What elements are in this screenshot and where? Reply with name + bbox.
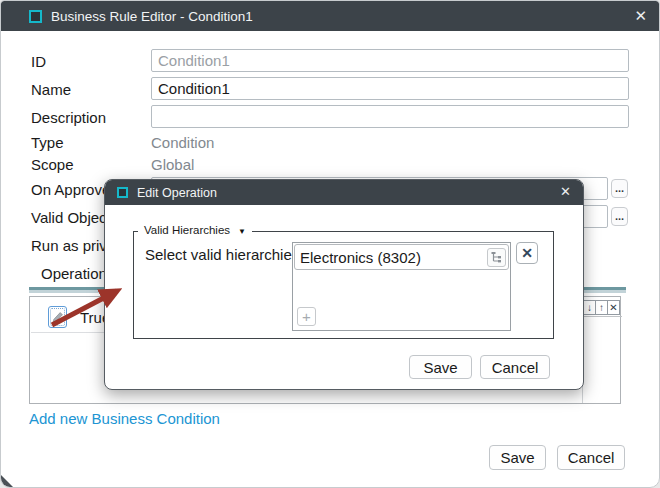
row-actions: ↓ ↑ ✕	[584, 300, 620, 315]
name-field[interactable]	[151, 77, 629, 100]
edit-operation-dialog: Edit Operation ✕ Valid Hierarchies▼ Sele…	[104, 179, 584, 390]
valid-hierarchies-toggle[interactable]: Valid Hierarchies▼	[138, 224, 252, 236]
valid-object-label: Valid Object	[31, 209, 111, 226]
add-hierarchy-button[interactable]: +	[297, 307, 316, 326]
remove-hierarchy-button[interactable]: ✕	[516, 242, 538, 264]
edit-condition-button[interactable]	[48, 306, 67, 328]
delete-row-button[interactable]: ✕	[607, 300, 620, 315]
dialog-cancel-button[interactable]: Cancel	[480, 355, 550, 379]
hierarchy-value: Electronics (8302)	[295, 249, 487, 266]
hierarchy-list: Electronics (8302) +	[292, 242, 511, 331]
valid-hierarchies-label: Valid Hierarchies	[144, 224, 230, 236]
app-icon	[117, 187, 128, 198]
resize-grip[interactable]	[1, 475, 13, 487]
type-label: Type	[31, 134, 64, 151]
on-approve-browse-button[interactable]: ...	[611, 179, 628, 198]
id-field[interactable]	[151, 49, 629, 72]
description-label: Description	[31, 109, 106, 126]
scope-label: Scope	[31, 156, 74, 173]
name-label: Name	[31, 81, 71, 98]
focus-outline	[50, 308, 65, 326]
hierarchy-picker-button[interactable]	[487, 248, 506, 267]
actions-header-underline	[583, 316, 622, 317]
on-approve-label: On Approve	[31, 181, 110, 198]
edit-operation-title: Edit Operation	[137, 186, 217, 200]
row-border	[31, 332, 105, 333]
move-up-icon: ↑	[599, 302, 604, 313]
add-business-condition-link[interactable]: Add new Business Condition	[29, 410, 220, 427]
type-value: Condition	[151, 134, 214, 151]
select-hierarchies-label: Select valid hierarchies:	[145, 246, 303, 263]
delete-icon: ✕	[609, 302, 617, 313]
save-button[interactable]: Save	[489, 445, 546, 470]
chevron-down-icon: ▼	[238, 227, 246, 236]
window-titlebar: Business Rule Editor - Condition1 ✕	[1, 1, 659, 31]
move-down-icon: ↓	[587, 302, 592, 313]
run-as-label: Run as priv	[31, 237, 107, 254]
hierarchy-field[interactable]: Electronics (8302)	[294, 244, 509, 270]
close-icon[interactable]: ✕	[560, 183, 571, 201]
hierarchy-tree-icon	[490, 251, 503, 264]
cancel-button[interactable]: Cancel	[557, 445, 625, 470]
scope-value: Global	[151, 156, 194, 173]
app-icon	[29, 10, 42, 23]
business-rule-editor-window: Business Rule Editor - Condition1 ✕ ID N…	[0, 0, 660, 488]
id-label: ID	[31, 53, 46, 70]
edit-operation-titlebar: Edit Operation ✕	[105, 180, 583, 205]
window-title: Business Rule Editor - Condition1	[51, 9, 253, 24]
description-field[interactable]	[151, 105, 629, 128]
close-icon[interactable]: ✕	[634, 6, 647, 26]
dialog-save-button[interactable]: Save	[409, 355, 472, 379]
valid-object-browse-button[interactable]: ...	[611, 207, 628, 226]
